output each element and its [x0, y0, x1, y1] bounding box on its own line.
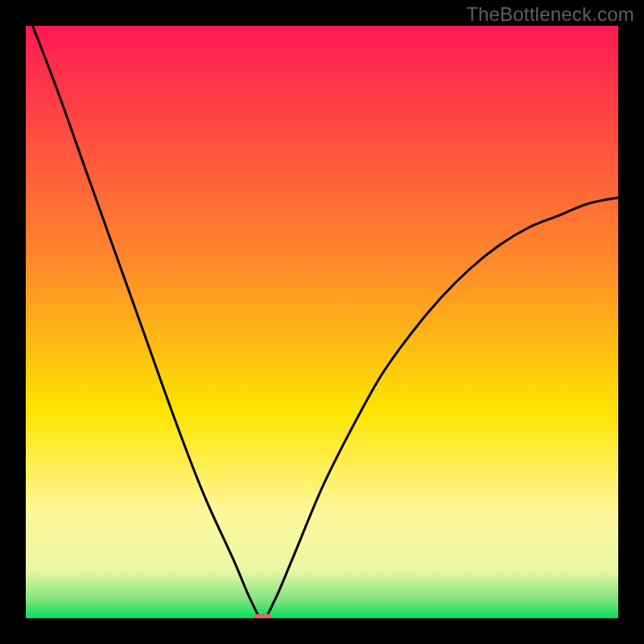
plot-area: [26, 26, 618, 618]
watermark-text: TheBottleneck.com: [466, 3, 634, 26]
minimum-marker: [254, 614, 273, 618]
chart-svg: [26, 26, 618, 618]
chart-frame: TheBottleneck.com: [0, 0, 644, 644]
gradient-background: [26, 26, 618, 618]
